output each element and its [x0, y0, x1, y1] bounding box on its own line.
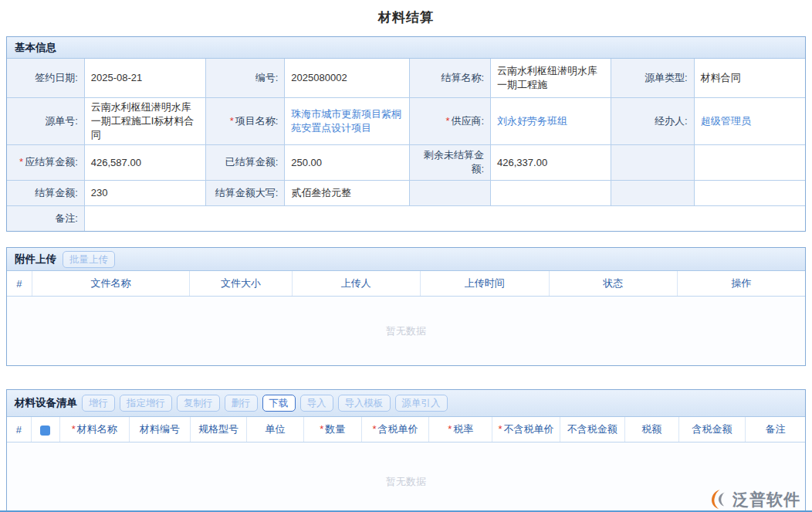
field-label-supplier: *供应商: [409, 97, 490, 144]
field-value-sign-date: 2025-08-21 [84, 59, 205, 97]
empty-cell [694, 180, 805, 205]
field-value-remaining: 426,337.00 [491, 144, 611, 180]
field-value-settle-name: 云南水利枢纽潜明水库一期工程施 [491, 59, 611, 97]
field-label-remark: 备注: [7, 205, 84, 231]
supplier-link[interactable]: 刘永好劳务班组 [497, 115, 567, 127]
col-header-spec-model: 规格型号 [191, 417, 246, 442]
field-value-amount: 230 [84, 180, 205, 205]
col-header-amount-without-tax: 不含税金额 [560, 417, 624, 442]
empty-cell [409, 180, 490, 205]
empty-cell [611, 144, 695, 180]
field-value-project: 珠海市城市更新项目紫桐苑安置点设计项目 [285, 97, 409, 144]
col-header-file-name: 文件名称 [32, 271, 190, 297]
field-label-sign-date: 签约日期: [7, 59, 84, 97]
field-value-handler: 超级管理员 [694, 97, 805, 144]
select-all-cell [31, 417, 59, 442]
fanpu-logo: 泛普软件 www.fanpusoft.com [706, 489, 800, 512]
field-value-settled: 250.00 [285, 144, 409, 180]
empty-cell [694, 144, 805, 180]
col-header-tax-rate: *税率 [429, 417, 492, 442]
import-template-button[interactable]: 导入模板 [338, 395, 391, 412]
materials-header: 材料设备清单 增行 指定增行 复制行 删行 下载 导入 导入模板 源单引入 [7, 390, 805, 417]
col-header-upload-time: 上传时间 [421, 271, 549, 297]
col-header-index: # [7, 271, 32, 297]
basic-info-table: 签约日期: 2025-08-21 编号: 2025080002 结算名称: 云南… [7, 59, 805, 231]
col-header-actions: 操作 [678, 271, 805, 297]
field-label-handler: 经办人: [611, 97, 695, 144]
batch-upload-button[interactable]: 批量上传 [63, 251, 115, 268]
attachments-section: 附件上传 批量上传 # 文件名称 文件大小 上传人 上传时间 状态 操作 暂无数… [6, 247, 806, 366]
source-import-button[interactable]: 源单引入 [395, 395, 448, 412]
col-header-material-name: *材料名称 [59, 417, 129, 442]
materials-table: # *材料名称 材料编号 规格型号 单位 *数量 *含税单价 *税率 *不含税单… [7, 417, 805, 442]
field-label-settled: 已结算金额: [205, 144, 284, 180]
basic-info-header: 基本信息 [7, 37, 805, 59]
field-label-settle-name: 结算名称: [409, 59, 490, 97]
col-header-material-code: 材料编号 [129, 417, 191, 442]
field-label-amount: 结算金额: [7, 180, 84, 205]
empty-cell [611, 180, 695, 205]
field-label-amount-caps: 结算金额大写: [205, 180, 284, 205]
col-header-price-without-tax: *不含税单价 [492, 417, 560, 442]
field-value-remark [84, 205, 805, 231]
col-header-remark: 备注 [745, 417, 805, 442]
empty-cell [491, 180, 611, 205]
delete-row-button[interactable]: 删行 [225, 395, 258, 412]
field-value-number: 2025080002 [285, 59, 409, 97]
required-asterisk: * [372, 423, 376, 435]
field-value-supplier: 刘永好劳务班组 [491, 97, 611, 144]
col-header-uploader: 上传人 [292, 271, 420, 297]
col-header-price-with-tax: *含税单价 [361, 417, 429, 442]
download-button[interactable]: 下载 [262, 395, 296, 412]
col-header-unit: 单位 [246, 417, 303, 442]
field-value-should-settle: 426,587.00 [84, 144, 205, 180]
materials-section: 材料设备清单 增行 指定增行 复制行 删行 下载 导入 导入模板 源单引入 # … [6, 389, 806, 512]
field-label-project: *项目名称: [205, 97, 284, 144]
required-asterisk: * [499, 423, 502, 435]
copy-row-button[interactable]: 复制行 [177, 395, 220, 412]
required-asterisk: * [445, 115, 449, 127]
field-value-source-type: 材料合同 [694, 59, 805, 97]
col-header-status: 状态 [549, 271, 677, 297]
attachments-table: # 文件名称 文件大小 上传人 上传时间 状态 操作 [7, 271, 805, 297]
project-link[interactable]: 珠海市城市更新项目紫桐苑安置点设计项目 [291, 108, 401, 134]
basic-info-section: 基本信息 签约日期: 2025-08-21 编号: 2025080002 结算名… [6, 36, 806, 232]
field-label-source-no: 源单号: [7, 97, 84, 144]
page-title: 材料结算 [0, 0, 812, 36]
required-asterisk: * [320, 423, 323, 435]
add-row-button[interactable]: 增行 [82, 395, 115, 412]
import-button[interactable]: 导入 [300, 395, 333, 412]
col-header-tax-amount: 税额 [624, 417, 678, 442]
attachments-empty-state: 暂无数据 [7, 297, 805, 365]
materials-empty-state: 暂无数据 泛普软件 www.fanpusoft.com [7, 442, 805, 512]
insert-row-button[interactable]: 指定增行 [120, 395, 172, 412]
basic-info-title: 基本信息 [15, 41, 56, 55]
field-label-remaining: 剩余未结算金额: [409, 144, 490, 180]
field-label-source-type: 源单类型: [611, 59, 695, 97]
select-all-checkbox[interactable] [40, 426, 50, 436]
required-asterisk: * [72, 423, 76, 435]
col-header-quantity: *数量 [304, 417, 361, 442]
col-header-index: # [7, 417, 31, 442]
handler-link[interactable]: 超级管理员 [701, 115, 751, 127]
attachments-header: 附件上传 批量上传 [7, 248, 805, 271]
brand-name: 泛普软件 [732, 491, 800, 507]
field-value-amount-caps: 贰佰叁拾元整 [285, 180, 409, 205]
col-header-file-size: 文件大小 [190, 271, 292, 297]
field-label-number: 编号: [205, 59, 284, 97]
attachments-title: 附件上传 [15, 253, 56, 266]
col-header-amount-with-tax: 含税金额 [679, 417, 746, 442]
required-asterisk: * [230, 115, 234, 127]
fanpu-logo-icon [710, 489, 731, 510]
required-asterisk: * [19, 156, 23, 168]
field-value-source-no: 云南水利枢纽潜明水库一期工程施工I标材料合同 [84, 97, 205, 144]
required-asterisk: * [448, 423, 452, 435]
field-label-should-settle: *应结算金额: [7, 144, 84, 180]
materials-title: 材料设备清单 [15, 396, 77, 410]
